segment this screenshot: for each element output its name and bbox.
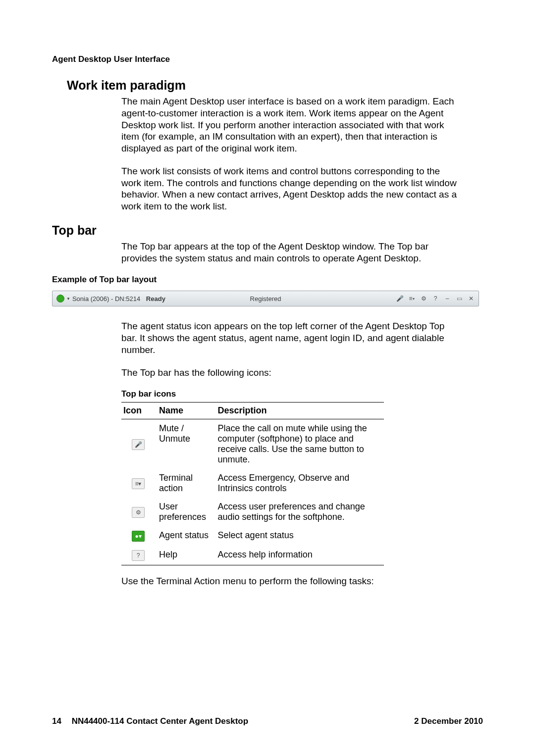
- table-header-name: Name: [157, 403, 216, 419]
- page: Agent Desktop User Interface Work item p…: [0, 0, 535, 756]
- icon-desc: Place the call on mute while using the c…: [216, 419, 384, 469]
- table-header-icon: Icon: [121, 403, 157, 419]
- agent-state: Ready: [146, 295, 165, 302]
- icon-desc: Access help information: [216, 546, 384, 565]
- mute-icon: 🎤: [132, 439, 145, 450]
- icon-name: Agent status: [157, 526, 216, 546]
- page-number: 14: [52, 716, 61, 726]
- paragraph: The main Agent Desktop user interface is…: [121, 96, 458, 154]
- topbar-icons-table: Icon Name Description 🎤 Mute / Unmute Pl…: [121, 402, 384, 565]
- agent-status-icon: ●▾: [132, 531, 145, 542]
- icon-desc: Access Emergency, Observe and Intrinsics…: [216, 469, 384, 498]
- agent-status-icon: [56, 295, 64, 302]
- terminal-icon[interactable]: ≡▾: [408, 295, 415, 302]
- dropdown-arrow-icon: ▼: [66, 297, 70, 301]
- close-icon[interactable]: ✕: [468, 295, 475, 302]
- topbar-right-controls: 🎤 ≡▾ ⚙ ? – ▭ ✕: [396, 295, 479, 302]
- gear-icon[interactable]: ⚙: [420, 295, 427, 302]
- paragraph: The work list consists of work items and…: [121, 165, 458, 212]
- page-footer: 14 NN44400-114 Contact Center Agent Desk…: [52, 716, 483, 726]
- table-header-description: Description: [216, 403, 384, 419]
- table-row: 🎤 Mute / Unmute Place the call on mute w…: [121, 419, 384, 469]
- terminal-icon: ≡▾: [132, 478, 145, 489]
- icon-name: User preferences: [157, 498, 216, 526]
- mute-icon[interactable]: 🎤: [396, 295, 403, 302]
- paragraph: Use the Terminal Action menu to perform …: [121, 575, 458, 587]
- heading-work-item: Work item paradigm: [67, 78, 483, 93]
- topbar-agent-status-area[interactable]: ▼ Sonia (2006) - DN:5214 Ready: [53, 295, 165, 302]
- icon-name: Mute / Unmute: [157, 419, 216, 469]
- minimize-icon[interactable]: –: [444, 295, 451, 302]
- paragraph: The Top bar appears at the top of the Ag…: [121, 241, 458, 264]
- maximize-icon[interactable]: ▭: [456, 295, 463, 302]
- help-icon: ?: [132, 550, 145, 561]
- paragraph: The Top bar has the following icons:: [121, 367, 458, 379]
- icon-name: Terminal action: [157, 469, 216, 498]
- icon-desc: Access user preferences and change audio…: [216, 498, 384, 526]
- icon-desc: Select agent status: [216, 526, 384, 546]
- caption-example-topbar: Example of Top bar layout: [52, 275, 483, 285]
- paragraph: The agent status icon appears on the top…: [121, 320, 458, 355]
- heading-top-bar: Top bar: [52, 223, 483, 238]
- table-caption: Top bar icons: [121, 389, 483, 399]
- icon-name: Help: [157, 546, 216, 565]
- table-row: ●▾ Agent status Select agent status: [121, 526, 384, 546]
- agent-label: Sonia (2006) - DN:5214: [72, 295, 140, 302]
- table-row: ⚙ User preferences Access user preferenc…: [121, 498, 384, 526]
- footer-date: 2 December 2010: [414, 716, 483, 726]
- doc-id: NN44400-114 Contact Center Agent Desktop: [72, 716, 248, 726]
- topbar-screenshot: ▼ Sonia (2006) - DN:5214 Ready Registere…: [52, 291, 479, 306]
- running-header: Agent Desktop User Interface: [52, 54, 483, 64]
- gear-icon: ⚙: [132, 507, 145, 518]
- table-row: ≡▾ Terminal action Access Emergency, Obs…: [121, 469, 384, 498]
- table-row: ? Help Access help information: [121, 546, 384, 565]
- help-icon[interactable]: ?: [432, 295, 439, 302]
